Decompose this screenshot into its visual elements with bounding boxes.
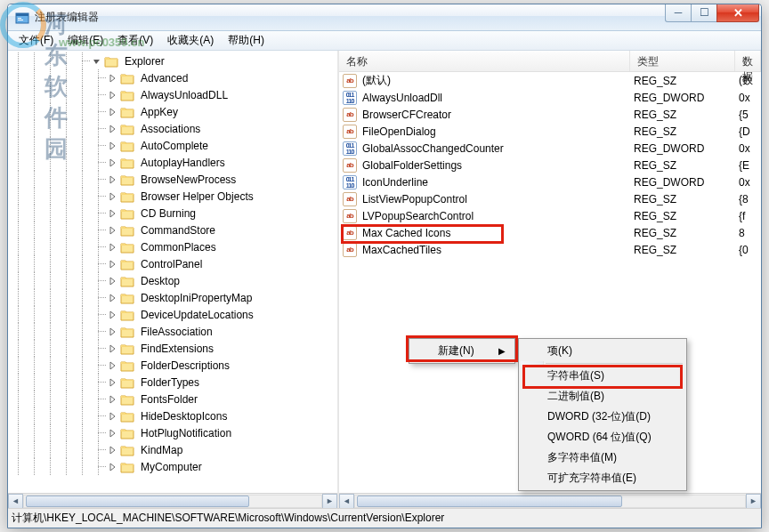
tree-node[interactable]: Associations — [8, 120, 337, 137]
minimize-button[interactable]: ─ — [665, 4, 692, 22]
expander-icon[interactable] — [108, 225, 118, 236]
list-row[interactable]: abGlobalFolderSettingsREG_SZ{E — [339, 157, 761, 173]
tree-node[interactable]: HideDesktopIcons — [8, 407, 337, 424]
tree-node[interactable]: BrowseNewProcess — [8, 171, 337, 188]
list-row[interactable]: abFileOpenDialogREG_SZ{D — [339, 123, 761, 140]
tree-node[interactable]: ControlPanel — [8, 255, 337, 272]
ctx-key[interactable]: 项(K) — [521, 341, 684, 361]
list-row[interactable]: abMaxCachedTilesREG_SZ{0 — [339, 241, 761, 258]
expander-icon[interactable] — [108, 462, 118, 472]
column-type[interactable]: 类型 — [630, 51, 735, 71]
expander-icon[interactable] — [108, 411, 118, 422]
expander-icon[interactable] — [108, 326, 118, 337]
svg-rect-1 — [16, 13, 28, 16]
tree-node[interactable]: CommonPlaces — [8, 238, 337, 255]
expander-icon[interactable] — [108, 174, 118, 185]
tree-node[interactable]: Browser Helper Objects — [8, 188, 337, 205]
tree-node[interactable]: FileAssociation — [8, 323, 337, 340]
scroll-right-button[interactable]: ► — [746, 494, 761, 509]
list-row[interactable]: abMax Cached IconsREG_SZ8 — [339, 224, 761, 241]
ctx-new[interactable]: 新建(N)▶ — [411, 341, 513, 361]
expander-icon[interactable] — [108, 191, 118, 202]
expander-icon[interactable] — [108, 360, 118, 371]
scroll-thumb[interactable] — [357, 496, 622, 507]
expander-icon[interactable] — [108, 310, 118, 320]
ctx-binary[interactable]: 二进制值(B) — [521, 386, 684, 407]
expander-icon[interactable] — [92, 56, 102, 67]
list-row[interactable]: ab(默认)REG_SZ(数 — [339, 72, 761, 89]
tree-node[interactable]: CommandStore — [8, 222, 337, 238]
column-data[interactable]: 数据 — [735, 51, 761, 71]
list-row[interactable]: abListViewPopupControlREG_SZ{8 — [339, 190, 761, 207]
tree-node[interactable]: AlwaysUnloadDLL — [8, 86, 337, 103]
tree-node[interactable]: Desktop — [8, 272, 337, 289]
menu-favorites[interactable]: 收藏夹(A) — [160, 31, 221, 50]
list-row[interactable]: abBrowserCFCreatorREG_SZ{5 — [339, 106, 761, 123]
string-value-icon: ab — [343, 158, 357, 173]
tree-node[interactable]: AutoplayHandlers — [8, 154, 337, 171]
list-row[interactable]: abLVPopupSearchControlREG_SZ{f — [339, 207, 761, 224]
tree-view[interactable]: ExplorerAdvancedAlwaysUnloadDLLAppKeyAss… — [8, 51, 337, 493]
tree-node[interactable]: AutoComplete — [8, 137, 337, 154]
tree-node[interactable]: HotPlugNotification — [8, 424, 337, 441]
ctx-multi[interactable]: 多字符串值(M) — [521, 447, 684, 468]
scroll-left-button[interactable]: ◄ — [8, 494, 23, 509]
expander-icon[interactable] — [108, 242, 118, 253]
menu-edit[interactable]: 编辑(E) — [61, 31, 110, 50]
list-row[interactable]: 011110IconUnderlineREG_DWORD0x — [339, 173, 761, 190]
list-row[interactable]: 011110GlobalAssocChangedCounterREG_DWORD… — [339, 140, 761, 157]
expander-icon[interactable] — [108, 428, 118, 439]
svg-rect-3 — [18, 20, 23, 20]
list-row[interactable]: 011110AlwaysUnloadDllREG_DWORD0x — [339, 89, 761, 106]
ctx-expand[interactable]: 可扩充字符串值(E) — [521, 468, 684, 488]
tree-node[interactable]: FolderDescriptions — [8, 357, 337, 374]
tree-hscrollbar[interactable]: ◄ ► — [8, 493, 337, 508]
titlebar[interactable]: 注册表编辑器 ─ ☐ ✕ — [8, 4, 761, 31]
tree-node[interactable]: MyComputer — [8, 458, 337, 475]
expander-icon[interactable] — [108, 343, 118, 354]
value-data: 8 — [739, 227, 761, 239]
menu-help[interactable]: 帮助(H) — [221, 31, 271, 50]
tree-node[interactable]: FontsFolder — [8, 391, 337, 407]
scroll-right-button[interactable]: ► — [322, 494, 337, 509]
tree-node[interactable]: AppKey — [8, 103, 337, 120]
ctx-dword[interactable]: DWORD (32-位)值(D) — [521, 407, 684, 427]
expander-icon[interactable] — [108, 377, 118, 388]
expander-icon[interactable] — [108, 157, 118, 168]
tree-node[interactable]: FindExtensions — [8, 340, 337, 357]
scroll-thumb[interactable] — [26, 496, 249, 507]
value-name: MaxCachedTiles — [360, 244, 634, 256]
folder-icon — [120, 140, 134, 152]
expander-icon[interactable] — [108, 124, 118, 134]
maximize-button[interactable]: ☐ — [691, 4, 717, 22]
expander-icon[interactable] — [108, 107, 118, 117]
expander-icon[interactable] — [108, 394, 118, 405]
expander-icon[interactable] — [108, 276, 118, 286]
ctx-string[interactable]: 字符串值(S) — [521, 366, 684, 386]
expander-icon[interactable] — [108, 293, 118, 303]
tree-node[interactable]: DesktopIniPropertyMap — [8, 289, 337, 306]
tree-node[interactable]: FolderTypes — [8, 374, 337, 391]
menu-view[interactable]: 查看(V) — [110, 31, 160, 50]
value-name: GlobalFolderSettings — [360, 159, 634, 172]
scroll-left-button[interactable]: ◄ — [339, 494, 354, 509]
binary-value-icon: 011110 — [343, 175, 357, 189]
tree-node[interactable]: KindMap — [8, 441, 337, 458]
tree-node[interactable]: Advanced — [8, 69, 337, 86]
column-name[interactable]: 名称 — [339, 51, 630, 71]
value-data: {5 — [739, 109, 761, 121]
list-hscrollbar[interactable]: ◄ ► — [339, 493, 761, 508]
expander-icon[interactable] — [108, 90, 118, 101]
expander-icon[interactable] — [108, 208, 118, 219]
menu-file[interactable]: 文件(F) — [12, 31, 61, 50]
tree-node-explorer[interactable]: Explorer — [8, 52, 337, 69]
expander-icon[interactable] — [108, 141, 118, 151]
tree-node[interactable]: DeviceUpdateLocations — [8, 306, 337, 323]
expander-icon[interactable] — [108, 445, 118, 455]
tree-node[interactable]: CD Burning — [8, 205, 337, 222]
expander-icon[interactable] — [108, 259, 118, 270]
ctx-qword[interactable]: QWORD (64 位)值(Q) — [521, 427, 684, 447]
statusbar: 计算机\HKEY_LOCAL_MACHINE\SOFTWARE\Microsof… — [8, 508, 761, 528]
expander-icon[interactable] — [108, 73, 118, 84]
close-button[interactable]: ✕ — [716, 4, 759, 22]
